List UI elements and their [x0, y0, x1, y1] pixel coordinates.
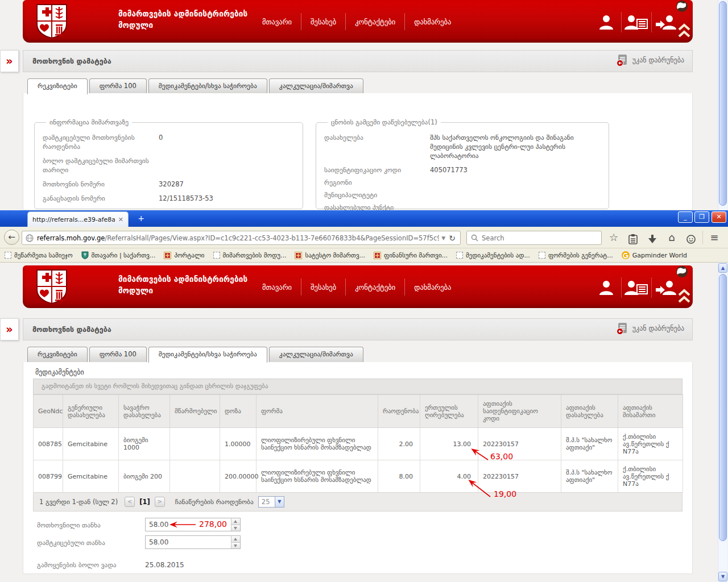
- browser-back-button[interactable]: ←: [4, 230, 19, 245]
- requested-amount-label: მოთხოვნილი თანხა: [37, 521, 101, 529]
- new-tab-button[interactable]: +: [134, 214, 148, 223]
- nav-contacts[interactable]: კონტაქტები: [346, 18, 404, 26]
- page-size-select[interactable]: 25▼: [258, 496, 284, 508]
- user-list-icon[interactable]: [622, 279, 651, 296]
- bookmark-item[interactable]: ფინანსური მართვი...: [374, 252, 448, 259]
- document-back-icon: [616, 322, 628, 335]
- bookmark-item[interactable]: მიმართვების მოდუ...: [213, 252, 287, 259]
- tab-requisites[interactable]: რეკვიზიტები: [27, 347, 88, 362]
- field-label: დასახლებული პუნქტი: [324, 203, 428, 210]
- table-row[interactable]: 008799 Gemcitabine ბიოგემი 200 200.00000…: [34, 460, 683, 493]
- window-close-button[interactable]: ✕: [712, 211, 726, 223]
- col-pharmacy-address[interactable]: აფთიაქის მისამართი: [618, 395, 683, 428]
- nav-home[interactable]: მთავარი: [253, 18, 301, 26]
- pager-current-page[interactable]: [1]: [139, 498, 150, 506]
- browser-tab[interactable]: http://referrals...e39-afe8afa2e732 ✕: [27, 211, 129, 227]
- cell-form: ლიოფილიზირებული ფხვნილი საინექციო ხსნარი…: [257, 428, 378, 460]
- expand-sidebar-button[interactable]: »: [0, 50, 19, 72]
- cell-dose: 200.00000: [220, 460, 257, 493]
- scrollbar-main[interactable]: ▲ ▼: [718, 263, 727, 582]
- scrollbar-top[interactable]: [718, 0, 727, 210]
- field-label: რეგიონი: [324, 178, 428, 187]
- bookmark-item[interactable]: მეწარმეთა სამიეჯო: [5, 252, 73, 259]
- default-bookmark-icon: [539, 252, 545, 259]
- amount-stepper[interactable]: [231, 536, 240, 548]
- col-unit-price[interactable]: ერთეულის ღირებულება: [420, 395, 478, 428]
- bookmark-item[interactable]: ფორმების გენერატ...: [539, 252, 613, 259]
- col-dose[interactable]: დოზა: [220, 395, 257, 428]
- default-bookmark-icon: [456, 252, 463, 259]
- nav-help[interactable]: დახმარება: [405, 18, 460, 26]
- tab-calculation[interactable]: კალკულაცია/მიმართვა: [269, 347, 363, 362]
- collapse-header-icon[interactable]: [677, 23, 692, 39]
- bookmark-item[interactable]: პორტალი: [164, 252, 204, 259]
- user-icon[interactable]: [592, 279, 621, 296]
- tab-requisites[interactable]: რეკვიზიტები: [27, 78, 88, 94]
- field-value: 320287: [159, 180, 184, 189]
- cell-dose: 1.00000: [220, 428, 257, 460]
- globe-icon[interactable]: [675, 0, 689, 14]
- hello-chat-icon[interactable]: [681, 231, 701, 244]
- collapse-header-icon[interactable]: [677, 288, 692, 304]
- reload-icon[interactable]: ↻: [448, 234, 457, 243]
- tab-calculation[interactable]: კალკულაცია/მიმართვა: [269, 78, 363, 94]
- main-nav: მთავარი შესახებ კონტაქტები დახმარება: [253, 13, 460, 31]
- col-geondc[interactable]: GeoNdc: [34, 395, 63, 428]
- bookmarks-menu-icon[interactable]: [623, 231, 643, 244]
- col-quantity[interactable]: რაოდენობა: [378, 395, 420, 428]
- amount-stepper[interactable]: [231, 518, 240, 531]
- pager-next-button[interactable]: >: [155, 497, 165, 507]
- col-pharmacy-name[interactable]: აფთიაქის დასახელება: [561, 395, 618, 428]
- user-list-icon[interactable]: [622, 14, 651, 31]
- nav-home[interactable]: მთავარი: [253, 283, 301, 292]
- tab-form100[interactable]: ფორმა 100: [89, 78, 147, 94]
- tab-medications[interactable]: მედიკამენტები/სხვა საჭიროება: [148, 347, 267, 363]
- tab-close-icon[interactable]: ✕: [118, 216, 123, 223]
- globe-icon[interactable]: [675, 265, 689, 279]
- bookmark-item[interactable]: მედიკამენტების ად...: [456, 252, 530, 259]
- field-value: 0: [159, 133, 163, 151]
- cell-pharmacy-address: ქ.თბილისი ავ.წერეთლის ქ N77ა: [618, 460, 683, 493]
- pager-prev-button[interactable]: <: [125, 497, 135, 507]
- menu-hamburger-icon[interactable]: ≡: [705, 230, 724, 246]
- cell-pharmacy-name: შ.პ.ს "სახალხო აფთიაქი": [561, 460, 618, 493]
- table-row[interactable]: 008785 Gemcitabine ბიოგემი 1000 1.00000 …: [34, 428, 683, 460]
- records-count-label: ჩანაწერების რაოდენობა: [175, 498, 254, 506]
- back-button[interactable]: უკან დაბრუნება: [616, 54, 684, 66]
- window-minimize-button[interactable]: _: [678, 211, 693, 223]
- url-text[interactable]: referrals.moh.gov.ge/ReferralsHall/Pages…: [37, 234, 439, 242]
- nav-about[interactable]: შესახებ: [301, 283, 345, 292]
- home-icon[interactable]: ⌂: [662, 230, 681, 246]
- cell-form: ლიოფილიზირებული ფხვნილი საინექციო ხსნარი…: [257, 460, 378, 493]
- nav-about[interactable]: შესახებ: [301, 18, 345, 26]
- user-icon[interactable]: [592, 14, 621, 31]
- table-pager: 1 გვერდი 1-დან (სულ 2) < [1] > ჩანაწერებ…: [33, 492, 682, 512]
- col-pharmacy-id[interactable]: აფთიაქის საიდენტიფიკაციო კოდი: [478, 395, 561, 428]
- back-button[interactable]: უკან დაბრუნება: [616, 322, 684, 335]
- tab-medications[interactable]: მედიკამენტები/სხვა საჭიროება: [148, 78, 267, 94]
- search-box[interactable]: [466, 231, 602, 245]
- url-bar[interactable]: referrals.moh.gov.ge/ReferralsHall/Pages…: [22, 231, 461, 245]
- bookmark-item[interactable]: Gapminder World: [622, 251, 687, 259]
- bookmark-item[interactable]: მთავარი | საქართვ...: [81, 251, 156, 259]
- field-label: მუნიციპალიტეტი: [324, 190, 428, 199]
- window-restore-button[interactable]: ❐: [694, 211, 709, 223]
- col-form[interactable]: ფორმა: [257, 395, 378, 428]
- bookmark-item[interactable]: სატესტო მიმართვ...: [295, 252, 365, 259]
- downloads-icon[interactable]: [643, 231, 662, 244]
- nav-contacts[interactable]: კონტაქტები: [346, 283, 404, 292]
- tab-form100[interactable]: ფორმა 100: [89, 347, 147, 362]
- url-dropdown-icon[interactable]: ▼: [439, 235, 448, 241]
- field-label: მოთხოვნის ნომერი: [43, 180, 156, 189]
- expiry-date-value: 25.08.2015: [145, 561, 184, 569]
- col-generic-name[interactable]: გენერიული დასახელება: [63, 395, 119, 428]
- cell-geondc: 008785: [34, 428, 63, 460]
- col-trade-name[interactable]: სავაჭრო დასახელება: [119, 395, 170, 428]
- nav-help[interactable]: დახმარება: [405, 283, 460, 292]
- search-input[interactable]: [482, 234, 597, 242]
- tab-title: http://referrals...e39-afe8afa2e732: [32, 216, 115, 223]
- col-manufacturer[interactable]: მწარმოებელი: [170, 395, 220, 428]
- approved-amount-input[interactable]: 58.00: [145, 535, 241, 549]
- expand-sidebar-button[interactable]: »: [0, 318, 19, 340]
- bookmark-star-icon[interactable]: ☆: [604, 230, 623, 246]
